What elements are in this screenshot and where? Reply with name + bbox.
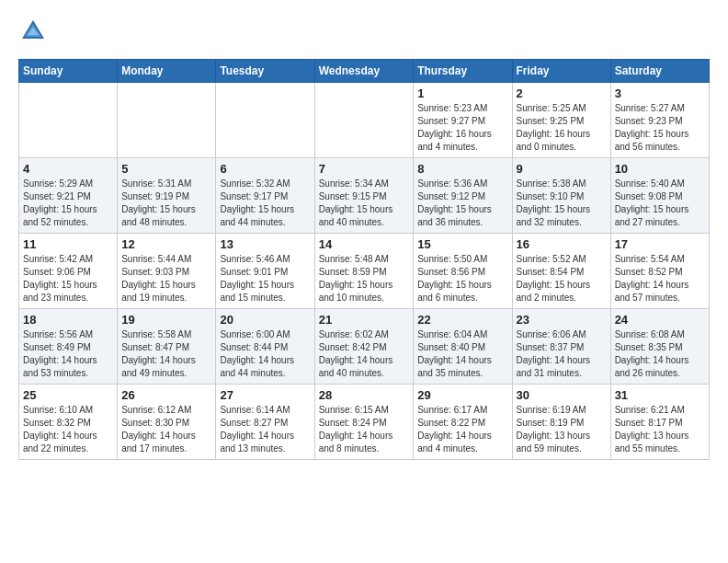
- day-info: Sunrise: 5:27 AM Sunset: 9:23 PM Dayligh…: [615, 102, 705, 154]
- weekday-header-sunday: Sunday: [19, 60, 118, 83]
- calendar-cell: 27Sunrise: 6:14 AM Sunset: 8:27 PM Dayli…: [216, 385, 314, 460]
- calendar-cell: [19, 83, 118, 158]
- calendar-cell: 29Sunrise: 6:17 AM Sunset: 8:22 PM Dayli…: [414, 385, 512, 460]
- weekday-header-wednesday: Wednesday: [314, 60, 414, 83]
- day-info: Sunrise: 5:58 AM Sunset: 8:47 PM Dayligh…: [121, 328, 211, 380]
- calendar-cell: 14Sunrise: 5:48 AM Sunset: 8:59 PM Dayli…: [314, 234, 414, 309]
- weekday-header-friday: Friday: [512, 60, 610, 83]
- day-number: 28: [319, 388, 410, 402]
- day-info: Sunrise: 5:44 AM Sunset: 9:03 PM Dayligh…: [121, 253, 211, 304]
- calendar-cell: 3Sunrise: 5:27 AM Sunset: 9:23 PM Daylig…: [610, 83, 709, 158]
- day-info: Sunrise: 5:46 AM Sunset: 9:01 PM Dayligh…: [220, 253, 310, 304]
- day-info: Sunrise: 5:52 AM Sunset: 8:54 PM Dayligh…: [517, 253, 607, 304]
- calendar-cell: 4Sunrise: 5:29 AM Sunset: 9:21 PM Daylig…: [19, 158, 118, 234]
- calendar-week-2: 4Sunrise: 5:29 AM Sunset: 9:21 PM Daylig…: [19, 158, 710, 234]
- day-number: 6: [220, 162, 310, 176]
- calendar-cell: 12Sunrise: 5:44 AM Sunset: 9:03 PM Dayli…: [118, 234, 216, 309]
- day-number: 14: [319, 237, 410, 251]
- day-number: 3: [615, 86, 705, 100]
- calendar-cell: 16Sunrise: 5:52 AM Sunset: 8:54 PM Dayli…: [512, 234, 610, 309]
- day-number: 25: [23, 388, 113, 402]
- day-number: 15: [417, 237, 507, 251]
- day-info: Sunrise: 5:38 AM Sunset: 9:10 PM Dayligh…: [517, 178, 607, 229]
- day-info: Sunrise: 6:21 AM Sunset: 8:17 PM Dayligh…: [615, 404, 705, 455]
- calendar-cell: 5Sunrise: 5:31 AM Sunset: 9:19 PM Daylig…: [118, 158, 216, 234]
- day-number: 5: [121, 162, 211, 176]
- calendar-table: SundayMondayTuesdayWednesdayThursdayFrid…: [18, 59, 710, 460]
- day-number: 8: [417, 162, 507, 176]
- day-number: 17: [615, 237, 705, 251]
- day-number: 22: [417, 313, 507, 327]
- day-info: Sunrise: 5:25 AM Sunset: 9:25 PM Dayligh…: [517, 102, 607, 154]
- day-number: 10: [615, 162, 705, 176]
- calendar-week-5: 25Sunrise: 6:10 AM Sunset: 8:32 PM Dayli…: [19, 385, 710, 460]
- day-number: 1: [417, 86, 507, 100]
- calendar-cell: 21Sunrise: 6:02 AM Sunset: 8:42 PM Dayli…: [314, 309, 414, 385]
- day-info: Sunrise: 5:40 AM Sunset: 9:08 PM Dayligh…: [615, 178, 705, 229]
- day-number: 30: [517, 388, 607, 402]
- calendar-cell: [216, 83, 314, 158]
- weekday-header-thursday: Thursday: [414, 60, 512, 83]
- weekday-header-saturday: Saturday: [610, 60, 709, 83]
- calendar-cell: 30Sunrise: 6:19 AM Sunset: 8:19 PM Dayli…: [512, 385, 610, 460]
- day-info: Sunrise: 5:42 AM Sunset: 9:06 PM Dayligh…: [23, 253, 113, 304]
- day-info: Sunrise: 6:15 AM Sunset: 8:24 PM Dayligh…: [319, 404, 410, 455]
- day-info: Sunrise: 5:50 AM Sunset: 8:56 PM Dayligh…: [417, 253, 507, 304]
- day-info: Sunrise: 6:10 AM Sunset: 8:32 PM Dayligh…: [23, 404, 113, 455]
- calendar-week-4: 18Sunrise: 5:56 AM Sunset: 8:49 PM Dayli…: [19, 309, 710, 385]
- day-info: Sunrise: 5:34 AM Sunset: 9:15 PM Dayligh…: [319, 178, 410, 229]
- day-info: Sunrise: 6:17 AM Sunset: 8:22 PM Dayligh…: [417, 404, 507, 455]
- calendar-cell: 7Sunrise: 5:34 AM Sunset: 9:15 PM Daylig…: [314, 158, 414, 234]
- calendar-cell: 19Sunrise: 5:58 AM Sunset: 8:47 PM Dayli…: [118, 309, 216, 385]
- day-info: Sunrise: 6:14 AM Sunset: 8:27 PM Dayligh…: [220, 404, 310, 455]
- calendar-cell: 2Sunrise: 5:25 AM Sunset: 9:25 PM Daylig…: [512, 83, 610, 158]
- calendar-cell: 8Sunrise: 5:36 AM Sunset: 9:12 PM Daylig…: [414, 158, 512, 234]
- day-number: 16: [517, 237, 607, 251]
- day-info: Sunrise: 5:48 AM Sunset: 8:59 PM Dayligh…: [319, 253, 410, 304]
- weekday-header-monday: Monday: [118, 60, 216, 83]
- day-number: 18: [23, 313, 113, 327]
- calendar-cell: [314, 83, 414, 158]
- calendar-cell: 23Sunrise: 6:06 AM Sunset: 8:37 PM Dayli…: [512, 309, 610, 385]
- day-number: 20: [220, 313, 310, 327]
- day-number: 21: [319, 313, 410, 327]
- calendar-cell: 10Sunrise: 5:40 AM Sunset: 9:08 PM Dayli…: [610, 158, 709, 234]
- day-info: Sunrise: 5:56 AM Sunset: 8:49 PM Dayligh…: [23, 328, 113, 380]
- day-info: Sunrise: 5:29 AM Sunset: 9:21 PM Dayligh…: [23, 178, 113, 229]
- day-number: 13: [220, 237, 310, 251]
- calendar-cell: 25Sunrise: 6:10 AM Sunset: 8:32 PM Dayli…: [19, 385, 118, 460]
- day-info: Sunrise: 6:06 AM Sunset: 8:37 PM Dayligh…: [517, 328, 607, 380]
- day-info: Sunrise: 5:32 AM Sunset: 9:17 PM Dayligh…: [220, 178, 310, 229]
- day-info: Sunrise: 5:23 AM Sunset: 9:27 PM Dayligh…: [417, 102, 507, 154]
- day-number: 12: [121, 237, 211, 251]
- calendar-cell: 15Sunrise: 5:50 AM Sunset: 8:56 PM Dayli…: [414, 234, 512, 309]
- weekday-header-tuesday: Tuesday: [216, 60, 314, 83]
- calendar-cell: 31Sunrise: 6:21 AM Sunset: 8:17 PM Dayli…: [610, 385, 709, 460]
- day-info: Sunrise: 6:00 AM Sunset: 8:44 PM Dayligh…: [220, 328, 310, 380]
- calendar-cell: 6Sunrise: 5:32 AM Sunset: 9:17 PM Daylig…: [216, 158, 314, 234]
- calendar-cell: 17Sunrise: 5:54 AM Sunset: 8:52 PM Dayli…: [610, 234, 709, 309]
- calendar-header-row: SundayMondayTuesdayWednesdayThursdayFrid…: [19, 60, 710, 83]
- day-number: 26: [121, 388, 211, 402]
- day-number: 19: [121, 313, 211, 327]
- calendar-cell: 9Sunrise: 5:38 AM Sunset: 9:10 PM Daylig…: [512, 158, 610, 234]
- logo-icon: [20, 18, 46, 44]
- day-info: Sunrise: 6:12 AM Sunset: 8:30 PM Dayligh…: [121, 404, 211, 455]
- calendar-cell: 28Sunrise: 6:15 AM Sunset: 8:24 PM Dayli…: [314, 385, 414, 460]
- logo: [18, 18, 46, 44]
- calendar-cell: 20Sunrise: 6:00 AM Sunset: 8:44 PM Dayli…: [216, 309, 314, 385]
- day-info: Sunrise: 5:54 AM Sunset: 8:52 PM Dayligh…: [615, 253, 705, 304]
- day-info: Sunrise: 5:31 AM Sunset: 9:19 PM Dayligh…: [121, 178, 211, 229]
- day-info: Sunrise: 6:19 AM Sunset: 8:19 PM Dayligh…: [517, 404, 607, 455]
- day-number: 29: [417, 388, 507, 402]
- calendar-cell: 13Sunrise: 5:46 AM Sunset: 9:01 PM Dayli…: [216, 234, 314, 309]
- calendar-week-3: 11Sunrise: 5:42 AM Sunset: 9:06 PM Dayli…: [19, 234, 710, 309]
- day-info: Sunrise: 5:36 AM Sunset: 9:12 PM Dayligh…: [417, 178, 507, 229]
- day-number: 27: [220, 388, 310, 402]
- day-number: 24: [615, 313, 705, 327]
- day-number: 4: [23, 162, 113, 176]
- day-number: 11: [23, 237, 113, 251]
- calendar-cell: [118, 83, 216, 158]
- calendar-week-1: 1Sunrise: 5:23 AM Sunset: 9:27 PM Daylig…: [19, 83, 710, 158]
- page-header: [18, 18, 710, 44]
